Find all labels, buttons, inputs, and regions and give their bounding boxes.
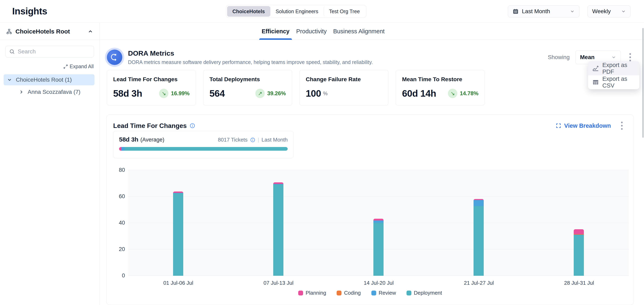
sidebar-header[interactable]: ChoiceHotels Root xyxy=(0,23,99,40)
y-axis-label: 40 xyxy=(110,220,125,226)
org-tab-choicehotels[interactable]: ChoiceHotels xyxy=(227,6,270,17)
delta-value: 16.99% xyxy=(171,90,190,97)
metric-value: 564 xyxy=(210,88,225,99)
x-axis-label: 01 Jul-06 Jul xyxy=(163,280,193,286)
x-axis-label: 21 Jul-27 Jul xyxy=(464,280,494,286)
search-icon xyxy=(9,49,15,54)
legend-item-review[interactable]: Review xyxy=(371,290,396,296)
trend-badge: ↘ 16.99% xyxy=(159,89,190,98)
insights-page: Insights ChoiceHotels Solution Engineers… xyxy=(0,0,644,305)
trend-badge: ↗ 39.26% xyxy=(255,89,286,98)
menu-item-label: Export as CSV xyxy=(602,75,635,89)
stacked-bar-chart: 02040608001 Jul-06 Jul07 Jul-13 Jul14 Ju… xyxy=(107,115,634,305)
y-axis-label: 0 xyxy=(110,273,125,279)
chevron-down-icon[interactable] xyxy=(7,77,12,82)
main-tabs: Efficiency Productivity Business Alignme… xyxy=(100,23,644,40)
bar-slot xyxy=(128,170,228,276)
sidebar-search xyxy=(5,46,94,57)
menu-item-label: Export as PDF xyxy=(602,62,635,75)
top-bar: Insights ChoiceHotels Solution Engineers… xyxy=(0,0,644,23)
segment-deployment xyxy=(173,193,183,276)
tab-efficiency[interactable]: Efficiency xyxy=(262,23,290,40)
stacked-bar-01 Jul-06 Jul[interactable] xyxy=(173,192,183,276)
granularity-select[interactable]: Weekly xyxy=(588,5,630,17)
legend-swatch xyxy=(298,291,303,296)
chevron-down-icon xyxy=(570,9,575,14)
org-sidebar: ChoiceHotels Root Expand All ChoiceHotel… xyxy=(0,23,100,305)
org-tab-solution-engineers[interactable]: Solution Engineers xyxy=(270,6,324,17)
segment-planning xyxy=(574,229,584,234)
trend-down-icon: ↘ xyxy=(448,89,457,98)
tab-productivity[interactable]: Productivity xyxy=(296,23,327,40)
stacked-bar-21 Jul-27 Jul[interactable] xyxy=(474,199,484,276)
export-pdf-menu-item[interactable]: Export as PDF xyxy=(588,61,639,75)
segment-deployment xyxy=(474,206,484,276)
dora-header: DORA Metrics DORA metrics measure softwa… xyxy=(107,45,634,70)
card-mean-time-to-restore: Mean Time To Restore 60d 14h ↘ 14.78% xyxy=(396,70,485,106)
x-axis-label: 07 Jul-13 Jul xyxy=(264,280,293,286)
date-range-value: Last Month xyxy=(522,8,550,15)
dora-description: DORA metrics measure software delivery p… xyxy=(128,59,548,65)
segment-deployment xyxy=(273,184,284,276)
metric-value: 60d 14h xyxy=(402,88,436,99)
legend-swatch xyxy=(337,291,342,296)
dora-title: DORA Metrics xyxy=(128,49,548,57)
chevron-down-icon xyxy=(611,55,616,60)
chart-legend: PlanningCodingReviewDeployment xyxy=(107,290,634,296)
y-axis-label: 60 xyxy=(110,193,125,200)
stacked-bar-14 Jul-20 Jul[interactable] xyxy=(374,219,384,276)
tree-item-label: ChoiceHotels Root (1) xyxy=(16,76,72,83)
dora-texts: DORA Metrics DORA metrics measure softwa… xyxy=(128,49,548,65)
stacked-bar-07 Jul-13 Jul[interactable] xyxy=(273,182,284,276)
tree-item-choicehotels-root[interactable]: ChoiceHotels Root (1) xyxy=(4,74,94,85)
segment-review xyxy=(374,221,384,223)
delta-value: 39.26% xyxy=(267,90,286,97)
segment-planning xyxy=(374,219,384,221)
x-axis-label: 14 Jul-20 Jul xyxy=(364,280,394,286)
tab-business-alignment[interactable]: Business Alignment xyxy=(333,23,384,40)
calendar-icon xyxy=(512,8,519,14)
org-tree: ChoiceHotels Root (1) Anna Scozzafava (7… xyxy=(0,74,99,97)
legend-item-coding[interactable]: Coding xyxy=(337,290,360,296)
search-input[interactable] xyxy=(18,48,90,55)
card-lead-time-for-changes: Lead Time For Changes 58d 3h ↘ 16.99% xyxy=(107,70,196,106)
dora-cycle-icon xyxy=(107,49,122,65)
stacked-bar-28 Jul-31 Jul[interactable] xyxy=(574,229,584,276)
chevron-down-icon xyxy=(621,9,626,14)
bar-slot xyxy=(328,170,429,276)
legend-label: Review xyxy=(379,290,396,296)
collapse-chevron-up-icon[interactable] xyxy=(88,29,93,34)
y-axis-label: 20 xyxy=(110,246,125,252)
scrollbar-thumb[interactable] xyxy=(642,28,644,138)
sidebar-title: ChoiceHotels Root xyxy=(16,28,84,35)
card-change-failure-rate: Change Failure Rate 100 % xyxy=(300,70,388,106)
tree-item-anna-scozzafava[interactable]: Anna Scozzafava (7) xyxy=(0,86,99,97)
table-icon xyxy=(592,79,599,86)
active-tab-underline xyxy=(259,38,292,40)
main-content: Efficiency Productivity Business Alignme… xyxy=(100,23,644,305)
plot-area xyxy=(128,170,629,276)
aggregation-value: Mean xyxy=(580,54,595,60)
legend-item-planning[interactable]: Planning xyxy=(298,290,326,296)
expand-all-button[interactable]: Expand All xyxy=(0,63,94,69)
date-range-select[interactable]: Last Month xyxy=(508,5,580,17)
segment-deployment xyxy=(374,223,384,276)
bar-slot xyxy=(228,170,328,276)
lead-time-chart-card: Lead Time For Changes View Breakdown xyxy=(106,114,634,305)
export-csv-menu-item[interactable]: Export as CSV xyxy=(588,75,639,89)
showing-label: Showing xyxy=(548,54,570,60)
expand-all-label: Expand All xyxy=(70,63,94,69)
trend-up-icon: ↗ xyxy=(255,89,265,98)
trend-badge: ↘ 14.78% xyxy=(448,89,478,98)
granularity-value: Weekly xyxy=(592,8,611,15)
legend-label: Planning xyxy=(306,290,326,296)
top-right-controls: Last Month Weekly xyxy=(508,5,630,17)
metric-value: 100 xyxy=(306,88,321,99)
metric-value: 58d 3h xyxy=(113,88,142,99)
org-tab-test-org-tree[interactable]: Test Org Tree xyxy=(324,6,365,17)
vertical-scrollbar[interactable] xyxy=(642,23,644,305)
chevron-right-icon[interactable] xyxy=(19,89,24,95)
legend-item-deployment[interactable]: Deployment xyxy=(406,290,442,296)
org-tree-icon xyxy=(6,28,12,34)
legend-swatch xyxy=(406,291,412,296)
